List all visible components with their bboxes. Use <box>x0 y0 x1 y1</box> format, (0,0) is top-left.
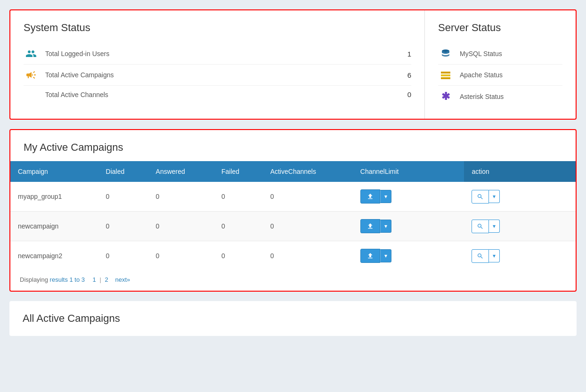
active-campaigns-value: 6 <box>407 71 411 79</box>
cell-failed: 0 <box>214 212 263 241</box>
asterisk-status-row: ✱ Asterisk Status <box>438 86 562 107</box>
cell-failed: 0 <box>214 182 263 212</box>
mysql-status-row: MySQL Status <box>438 43 562 65</box>
cell-answered: 0 <box>148 182 214 212</box>
col-dialed: Dialed <box>98 161 148 182</box>
active-channels-row: Total Active Channels 0 <box>24 86 411 103</box>
campaigns-header: My Active Campaigns <box>10 130 576 161</box>
logged-in-users-label: Total Logged-in Users <box>45 50 407 57</box>
col-channel-limit: ChannelLimit <box>353 161 464 182</box>
pagination-spacer2 <box>111 276 113 283</box>
cell-active-channels: 0 <box>263 241 353 271</box>
apache-icon <box>438 69 453 81</box>
page-2-link[interactable]: 2 <box>105 276 108 283</box>
col-campaign: Campaign <box>10 161 98 182</box>
svg-rect-3 <box>441 77 450 79</box>
upload-button[interactable] <box>360 249 380 263</box>
all-campaigns-section: All Active Campaigns <box>9 301 577 336</box>
asterisk-status-label: Asterisk Status <box>460 93 562 100</box>
campaigns-table: Campaign Dialed Answered Failed ActiveCh… <box>10 161 576 270</box>
search-button[interactable] <box>472 249 489 263</box>
cell-active-channels: 0 <box>263 212 353 241</box>
upload-button[interactable] <box>360 189 380 204</box>
logged-in-users-row: Total Logged-in Users 1 <box>24 43 411 65</box>
apache-status-row: Apache Status <box>438 65 562 86</box>
page-separator: | <box>99 276 103 283</box>
mysql-icon <box>438 48 453 59</box>
table-row: myapp_group1 0 0 0 0 ▾ <box>10 182 576 212</box>
channel-limit-dropdown-button[interactable]: ▾ <box>380 249 391 262</box>
page-1-link[interactable]: 1 <box>93 276 96 283</box>
apache-status-label: Apache Status <box>460 71 562 79</box>
users-icon <box>24 48 39 59</box>
cell-answered: 0 <box>148 241 214 271</box>
action-dropdown-button[interactable]: ▾ <box>489 190 500 203</box>
action-btn-group: ▾ <box>472 190 500 204</box>
upload-button[interactable] <box>360 219 380 233</box>
cell-active-channels: 0 <box>263 182 353 212</box>
status-section: System Status Total Logged-in Users 1 To… <box>9 9 577 120</box>
table-row: newcampaign2 0 0 0 0 ▾ <box>10 241 576 271</box>
next-link[interactable]: next» <box>115 276 130 283</box>
search-button[interactable] <box>472 220 489 233</box>
campaigns-table-wrapper: Campaign Dialed Answered Failed ActiveCh… <box>10 161 576 270</box>
pagination-prefix: Displaying <box>20 276 50 283</box>
server-status-title: Server Status <box>438 22 562 34</box>
active-campaigns-title: My Active Campaigns <box>24 141 562 154</box>
cell-answered: 0 <box>148 212 214 241</box>
channel-limit-btn-group: ▾ <box>360 219 391 233</box>
col-failed: Failed <box>214 161 263 182</box>
system-status-panel: System Status Total Logged-in Users 1 To… <box>10 10 425 119</box>
pagination-spacer <box>87 276 90 283</box>
action-btn-group: ▾ <box>472 249 500 263</box>
svg-rect-1 <box>441 72 450 74</box>
action-dropdown-button[interactable]: ▾ <box>489 220 500 233</box>
col-action: action <box>464 161 576 182</box>
cell-dialed: 0 <box>98 182 148 212</box>
cell-dialed: 0 <box>98 212 148 241</box>
channel-limit-btn-group: ▾ <box>360 189 391 204</box>
action-btn-group: ▾ <box>472 220 500 233</box>
svg-point-0 <box>442 49 449 52</box>
table-row: newcampaign 0 0 0 0 ▾ <box>10 212 576 241</box>
cell-failed: 0 <box>214 241 263 271</box>
channel-limit-dropdown-button[interactable]: ▾ <box>380 220 391 233</box>
mysql-status-label: MySQL Status <box>460 50 562 57</box>
cell-action: ▾ <box>464 212 576 241</box>
cell-channel-limit: ▾ <box>353 182 464 212</box>
active-campaigns-section: My Active Campaigns Campaign Dialed Answ… <box>9 129 577 292</box>
cell-action: ▾ <box>464 182 576 212</box>
server-status-panel: Server Status MySQL Status <box>425 10 576 119</box>
active-channels-value: 0 <box>407 90 411 98</box>
channel-limit-btn-group: ▾ <box>360 249 391 263</box>
cell-dialed: 0 <box>98 241 148 271</box>
logged-in-users-value: 1 <box>407 50 411 58</box>
active-campaigns-label: Total Active Campaigns <box>45 71 407 79</box>
system-status-title: System Status <box>24 22 411 34</box>
col-answered: Answered <box>148 161 214 182</box>
table-header-row: Campaign Dialed Answered Failed ActiveCh… <box>10 161 576 182</box>
svg-rect-2 <box>441 74 450 76</box>
channel-limit-dropdown-button[interactable]: ▾ <box>380 190 391 203</box>
active-channels-label: Total Active Channels <box>45 91 407 98</box>
pagination-results: results 1 to 3 <box>50 276 85 283</box>
active-campaigns-row: Total Active Campaigns 6 <box>24 65 411 86</box>
all-campaigns-title: All Active Campaigns <box>23 312 563 325</box>
cell-campaign: myapp_group1 <box>10 182 98 212</box>
cell-action: ▾ <box>464 241 576 271</box>
action-dropdown-button[interactable]: ▾ <box>489 249 500 262</box>
cell-campaign: newcampaign <box>10 212 98 241</box>
pagination: Displaying results 1 to 3 1 | 2 next» <box>10 270 576 291</box>
cell-campaign: newcampaign2 <box>10 241 98 271</box>
col-active-channels: ActiveChannels <box>263 161 353 182</box>
cell-channel-limit: ▾ <box>353 212 464 241</box>
asterisk-icon: ✱ <box>438 90 453 103</box>
search-button[interactable] <box>472 190 489 204</box>
cell-channel-limit: ▾ <box>353 241 464 271</box>
campaign-icon <box>24 69 39 81</box>
